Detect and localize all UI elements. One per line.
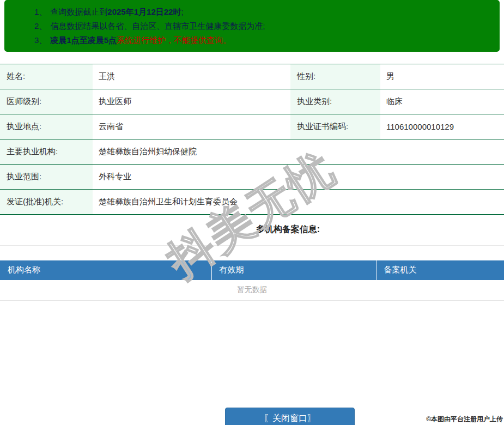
- notice-banner: 1、查询数据截止到2025年1月12日22时; 2、信息数据结果以各省、自治区、…: [4, 0, 500, 52]
- notice-line-3: 3、凌晨1点至凌晨5点系统进行维护，不能提供查询。: [34, 33, 489, 47]
- notice-line-1-text: 查询数据截止到: [50, 7, 107, 16]
- notice-line-3-number: 3、: [34, 35, 50, 45]
- field-label-practice-category: 执业类别:: [290, 89, 380, 114]
- field-value-practice-category: 临床: [380, 89, 504, 114]
- field-label-gender: 性别:: [290, 64, 380, 89]
- multi-org-record-table: 机构名称 有效期 备案机关 暂无数据: [0, 260, 504, 301]
- record-table-empty-row: 暂无数据: [0, 280, 504, 301]
- info-row-level-category: 医师级别: 执业医师 执业类别: 临床: [0, 89, 504, 114]
- info-row-name-gender: 姓名: 王洪 性别: 男: [0, 64, 504, 89]
- notice-line-2-text: 信息数据结果以各省、自治区、直辖市卫生健康委数据为准;: [50, 21, 265, 31]
- practitioner-info-table: 姓名: 王洪 性别: 男 医师级别: 执业医师 执业类别: 临床 执业地点: 云…: [0, 64, 504, 215]
- record-column-institution-name: 机构名称: [0, 260, 211, 280]
- notice-line-1: 1、查询数据截止到2025年1月12日22时;: [34, 5, 489, 19]
- field-label-name: 姓名:: [0, 64, 93, 89]
- field-label-certificate-number: 执业证书编码:: [290, 114, 380, 139]
- notice-line-2-number: 2、: [34, 21, 50, 31]
- field-label-practice-location: 执业地点:: [0, 114, 93, 139]
- multi-org-section-header: 多机构备案信息:: [0, 215, 504, 246]
- field-label-doctor-level: 医师级别:: [0, 89, 93, 114]
- notice-line-1-tail: ;: [181, 7, 183, 16]
- info-row-practice-scope: 执业范围: 外科专业: [0, 165, 504, 190]
- field-value-gender: 男: [380, 64, 504, 89]
- multi-org-section-title: 多机构备案信息:: [36, 224, 504, 235]
- field-value-practice-location: 云南省: [93, 114, 290, 139]
- copyright-notice: ©本图由平台注册用户上传: [426, 415, 503, 424]
- field-value-name: 王洪: [93, 64, 290, 89]
- notice-line-1-number: 1、: [34, 7, 50, 16]
- notice-line-1-bold: 2025年1月12日22时: [107, 7, 181, 16]
- field-label-main-institution: 主要执业机构:: [0, 139, 93, 165]
- record-table-header-row: 机构名称 有效期 备案机关: [0, 260, 504, 280]
- field-value-practice-scope: 外科专业: [93, 165, 504, 190]
- notice-line-2: 2、信息数据结果以各省、自治区、直辖市卫生健康委数据为准;: [34, 19, 489, 33]
- empty-state-text: 暂无数据: [0, 280, 504, 301]
- info-row-location-certificate: 执业地点: 云南省 执业证书编码: 110610000010129: [0, 114, 504, 139]
- close-window-button[interactable]: 〖关闭窗口〗: [225, 408, 355, 425]
- record-column-validity-period: 有效期: [211, 260, 376, 280]
- field-value-doctor-level: 执业医师: [93, 89, 290, 114]
- field-value-issuing-authority: 楚雄彝族自治州卫生和计划生育委员会: [93, 190, 504, 215]
- notice-line-3-bold: 凌晨1点至凌晨5点: [50, 35, 117, 45]
- field-label-issuing-authority: 发证(批准)机关:: [0, 190, 93, 215]
- field-label-practice-scope: 执业范围:: [0, 165, 93, 190]
- notice-line-3-tail: 系统进行维护，不能提供查询。: [117, 35, 231, 45]
- info-row-issuing-authority: 发证(批准)机关: 楚雄彝族自治州卫生和计划生育委员会: [0, 190, 504, 215]
- field-value-certificate-number: 110610000010129: [380, 114, 504, 139]
- info-row-main-institution: 主要执业机构: 楚雄彝族自治州妇幼保健院: [0, 139, 504, 165]
- record-column-filing-authority: 备案机关: [376, 260, 504, 280]
- field-value-main-institution: 楚雄彝族自治州妇幼保健院: [93, 139, 504, 165]
